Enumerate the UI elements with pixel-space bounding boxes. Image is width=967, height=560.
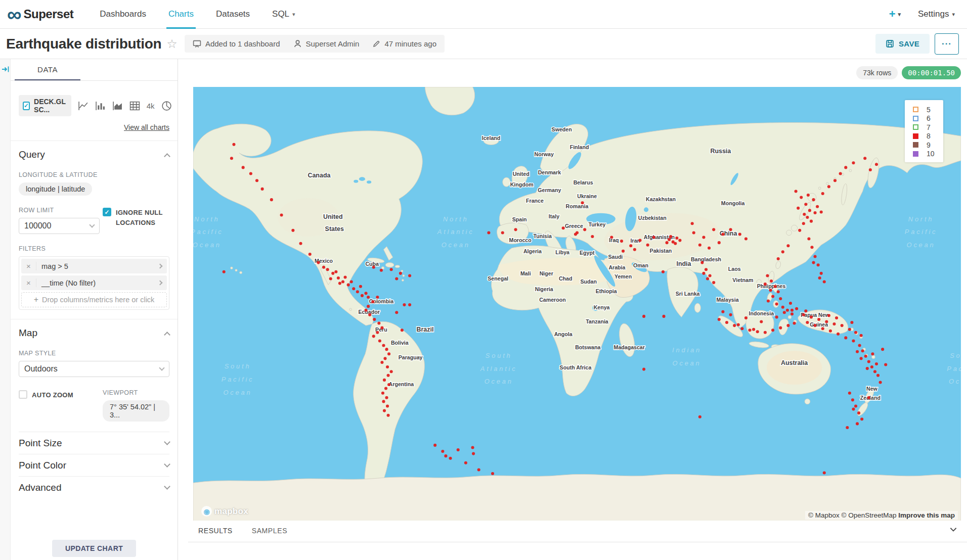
earthquake-point	[806, 321, 809, 324]
remove-filter-icon[interactable]: ×	[21, 278, 36, 287]
earthquake-point	[869, 168, 872, 171]
map-section-title: Map	[19, 328, 37, 339]
ignore-null-checkbox[interactable]: ✓	[103, 208, 111, 216]
remove-filter-icon[interactable]: ×	[21, 262, 36, 270]
dashboards-badge-label: Added to 1 dashboard	[205, 39, 280, 48]
bar-chart-icon[interactable]	[95, 101, 106, 111]
map-label: Libya	[555, 249, 569, 255]
map-label: Pakistan	[650, 248, 672, 254]
legend-swatch	[913, 133, 918, 139]
mapbox-logo[interactable]: ◉ mapbox	[201, 506, 248, 517]
map-label: Botswana	[575, 344, 600, 350]
query-timer-badge: 00:00:01.50	[902, 66, 961, 79]
auto-zoom-checkbox[interactable]: ✓	[19, 390, 27, 399]
attribution-osm[interactable]: © OpenStreetMap	[841, 511, 896, 519]
chevron-down-icon	[89, 222, 95, 227]
earthquake-point	[383, 379, 386, 382]
earthquake-point	[381, 392, 384, 395]
lon-lat-value[interactable]: longitude | latitude	[19, 182, 92, 196]
query-section-header[interactable]: Query	[19, 141, 169, 160]
nav-item-dashboards[interactable]: Dashboards	[89, 0, 157, 29]
view-all-charts-link[interactable]: View all charts	[124, 123, 169, 131]
map-label: Senegal	[488, 275, 508, 282]
viz-type-selected[interactable]: ✓ DECK.GL SC...	[19, 95, 71, 116]
earthquake-point	[387, 374, 390, 377]
earthquake-point	[378, 339, 381, 342]
row-limit-select[interactable]: 100000	[19, 218, 100, 234]
area-chart-icon[interactable]	[112, 101, 123, 111]
world-map: NorthPacificOceanNorthAtlanticOceanSouth…	[193, 87, 961, 521]
deckgl-map[interactable]: NorthPacificOceanNorthAtlanticOceanSouth…	[193, 87, 961, 521]
results-divider	[188, 542, 967, 542]
earthquake-point	[574, 232, 577, 236]
lon-lat-label: LONGITUDE & LATITUDE	[19, 171, 169, 178]
map-attribution: © Mapbox © OpenStreetMap Improve this ma…	[805, 511, 958, 520]
save-button[interactable]: SAVE	[875, 34, 930, 54]
filter-item-time[interactable]: × __time (No filter)	[21, 275, 167, 290]
earthquake-point	[441, 450, 444, 453]
query-status-row: 73k rows 00:00:01.50	[856, 66, 961, 79]
earthquake-point	[223, 270, 226, 273]
last-modified-badge[interactable]: 47 minutes ago	[372, 39, 436, 48]
earthquake-point	[408, 274, 411, 277]
settings-menu[interactable]: Settings▾	[918, 9, 955, 19]
viz-selected-checkbox[interactable]: ✓	[23, 102, 30, 110]
earthquake-point	[783, 311, 786, 314]
point-color-section[interactable]: Point Color	[19, 454, 169, 476]
map-label: Uzbekistan	[638, 215, 667, 221]
earthquake-point	[674, 242, 677, 245]
chevron-down-icon	[164, 461, 170, 468]
map-section-header[interactable]: Map	[19, 319, 169, 339]
line-chart-icon[interactable]	[78, 101, 89, 111]
map-label: Paraguay	[399, 354, 423, 360]
panel-tabs: DATA	[11, 59, 178, 81]
nav-item-charts[interactable]: Charts	[157, 0, 205, 29]
earthquake-point	[786, 309, 789, 312]
earthquake-point	[449, 457, 452, 460]
earthquake-point	[856, 350, 859, 353]
table-icon[interactable]	[129, 101, 140, 111]
tab-data[interactable]: DATA	[15, 59, 80, 80]
new-item-button[interactable]: +▾	[889, 8, 901, 21]
filter-item-mag[interactable]: × mag > 5	[21, 259, 167, 273]
map-label: Romania	[566, 203, 589, 209]
earthquake-point	[373, 318, 376, 321]
more-actions-button[interactable]: ···	[935, 33, 959, 55]
superset-logo[interactable]: ∞ Superset	[7, 4, 73, 24]
earthquake-point	[821, 327, 824, 330]
point-size-section[interactable]: Point Size	[19, 432, 169, 454]
add-filter-dropzone[interactable]: + Drop columns/metrics here or click	[21, 292, 167, 307]
earthquake-point	[471, 446, 474, 449]
nav-item-sql[interactable]: SQL▾	[261, 0, 306, 29]
chevron-right-icon	[158, 281, 163, 286]
nav-item-datasets[interactable]: Datasets	[205, 0, 261, 29]
attribution-mapbox[interactable]: © Mapbox	[808, 511, 840, 519]
map-style-select[interactable]: Outdoors	[19, 361, 169, 377]
advanced-section[interactable]: Advanced	[19, 476, 169, 498]
earthquake-point	[786, 324, 789, 327]
earthquake-point	[864, 355, 867, 358]
earthquake-point	[817, 263, 820, 266]
owner-badge[interactable]: Superset Admin	[293, 39, 360, 48]
earthquake-point	[823, 472, 826, 475]
earthquake-point	[261, 188, 264, 191]
tab-samples[interactable]: SAMPLES	[252, 527, 287, 542]
viz-4k-shortcut[interactable]: 4k	[147, 102, 155, 110]
pie-chart-icon[interactable]	[161, 101, 172, 111]
earthquake-point	[725, 321, 728, 324]
collapse-panel-icon[interactable]	[2, 65, 10, 75]
viz-type-label: DECK.GL SC...	[34, 98, 67, 114]
improve-map-link[interactable]: Improve this map	[898, 511, 955, 519]
ocean-label: NorthPacificOcean	[905, 215, 938, 249]
earthquake-point	[871, 352, 874, 355]
legend-row: 6	[905, 114, 943, 123]
ellipsis-icon: ···	[942, 39, 952, 49]
favorite-star-icon[interactable]: ☆	[166, 37, 178, 51]
collapse-results-icon[interactable]	[949, 525, 958, 536]
dashboards-badge[interactable]: Added to 1 dashboard	[193, 39, 280, 48]
earthquake-point	[876, 374, 880, 377]
earthquake-point	[781, 250, 784, 253]
update-chart-button[interactable]: UPDATE CHART	[52, 540, 136, 557]
tab-results[interactable]: RESULTS	[198, 527, 233, 542]
viewport-value[interactable]: 7° 35' 54.02" | 3...	[103, 400, 169, 422]
